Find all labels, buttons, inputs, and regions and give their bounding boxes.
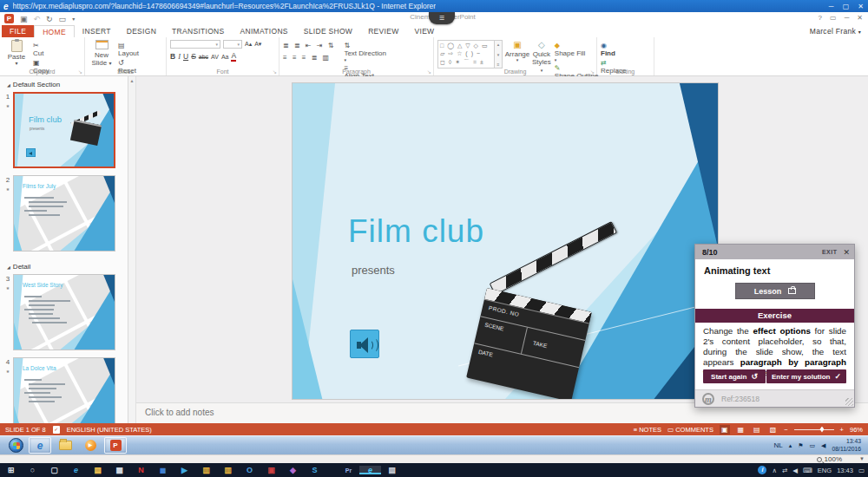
shadow-button[interactable]: S (191, 52, 196, 61)
alignment-buttons[interactable]: ≡ ≡ ≡ ≣ ▥ (283, 54, 335, 62)
vm-taskbar-powerpoint[interactable]: P (104, 437, 127, 454)
host-app-gray-icon[interactable]: ▤ (381, 466, 403, 474)
host-tray-expand-icon[interactable]: ∧ (772, 467, 777, 474)
host-volume-icon[interactable]: ◀ (792, 467, 798, 474)
save-button[interactable]: ▣ (20, 15, 28, 23)
tab-insert[interactable]: INSERT (75, 25, 119, 37)
host-keyboard-icon[interactable]: ⌨ (803, 467, 812, 474)
ie-zoom-control[interactable]: 100% (817, 455, 842, 463)
vm-clock[interactable]: 13:43 08/11/2016 (832, 438, 861, 452)
vm-taskbar-explorer[interactable] (54, 437, 76, 454)
bullets-numbering-indent-buttons[interactable]: ≣ ≣ ⇤ ⇥ ⇅ (283, 42, 335, 49)
vm-volume-icon[interactable]: ◀ (821, 442, 825, 449)
shrink-font-button[interactable]: A▾ (254, 41, 261, 48)
start-again-button[interactable]: Start again ↺ (703, 369, 766, 383)
host-action-center-icon[interactable]: ▭ (858, 467, 865, 474)
host-netflix-icon[interactable]: N (130, 466, 152, 474)
section-detail[interactable]: ◢Detail (0, 258, 128, 272)
arrange-button[interactable]: ▣ Arrange ▾ (506, 40, 529, 67)
zoom-percentage[interactable]: 96% (850, 426, 863, 434)
exit-button[interactable]: EXIT (822, 249, 838, 255)
host-media-player-icon[interactable]: ▶ (174, 466, 195, 474)
app-close-button[interactable]: ✕ (857, 14, 863, 22)
host-app-red-icon[interactable]: ▣ (260, 466, 282, 474)
tab-review[interactable]: REVIEW (360, 25, 406, 37)
qat-customize-dropdown[interactable]: ▾ (72, 16, 75, 22)
font-size-combobox[interactable]: ▾ (223, 40, 242, 49)
vm-network-icon[interactable]: ▭ (809, 442, 815, 449)
zoom-out-button[interactable]: − (784, 426, 787, 434)
help-button[interactable]: ? (819, 14, 822, 22)
new-slide-button[interactable]: New Slide ▾ (89, 40, 115, 67)
host-start-button[interactable]: ⊞ (0, 466, 22, 474)
app-minimize-button[interactable]: ─ (845, 14, 850, 22)
underline-button[interactable]: U (183, 52, 188, 61)
font-dialog-launcher[interactable]: ↘ (273, 69, 277, 75)
start-slideshow-button[interactable]: ▭ (59, 15, 67, 23)
tab-animations[interactable]: ANIMATIONS (233, 25, 296, 37)
ie-zoom-dropdown-icon[interactable]: ▼ (859, 456, 865, 461)
tab-design[interactable]: DESIGN (119, 25, 164, 37)
panel-close-icon[interactable]: ✕ (843, 248, 850, 257)
slide-thumbnail-3[interactable]: 3★ West Side Story (3, 274, 124, 350)
tab-file[interactable]: FILE (2, 25, 34, 37)
vm-start-button[interactable] (9, 438, 23, 453)
vm-language-indicator[interactable]: NL (773, 441, 782, 449)
redo-button[interactable]: ↻ (46, 15, 53, 23)
notes-toggle[interactable]: ≡ NOTES (634, 426, 661, 434)
reading-view-button[interactable]: ▤ (752, 425, 762, 435)
vm-flag-icon[interactable]: ⚑ (798, 442, 803, 449)
host-info-icon[interactable]: i (758, 466, 766, 474)
tab-view[interactable]: VIEW (407, 25, 443, 37)
italic-button[interactable]: I (178, 52, 181, 61)
vm-taskbar-ie[interactable]: e (29, 437, 51, 454)
tab-transitions[interactable]: TRANSITIONS (164, 25, 232, 37)
zoom-slider-thumb[interactable] (819, 427, 824, 433)
font-name-combobox[interactable]: ▾ (170, 40, 220, 49)
vm-taskbar-mediaplayer[interactable]: ▶ (79, 437, 102, 454)
tab-slideshow[interactable]: SLIDE SHOW (296, 25, 360, 37)
layout-button[interactable]: ▤ Layout (118, 42, 141, 57)
training-panel-header[interactable]: 8/10 EXIT ✕ (695, 245, 854, 259)
slide-sorter-view-button[interactable]: ▦ (736, 425, 746, 435)
thumbnail-scrollbar[interactable]: ▲ (128, 76, 136, 423)
slide-title-textbox[interactable]: Film club (348, 213, 484, 250)
host-clock[interactable]: 13:43 (837, 467, 853, 474)
slide-canvas[interactable]: Film club presents PROD. NO SCENE (293, 83, 718, 399)
text-direction-button[interactable]: ⇅ Text Direction ▾ (344, 42, 405, 62)
lesson-button[interactable]: Lesson (735, 283, 815, 299)
vm-tray-expand-icon[interactable]: ▴ (789, 442, 792, 449)
audio-object[interactable] (350, 330, 379, 358)
resize-grip[interactable] (845, 398, 853, 406)
paste-button[interactable]: Paste ▾ (3, 40, 30, 67)
comments-toggle[interactable]: ▭ COMMENTS (667, 426, 713, 434)
mediaplus-menu-tab[interactable]: ☰ (429, 12, 455, 24)
ie-close-button[interactable]: ✕ (853, 3, 868, 10)
host-skype-icon[interactable]: S (304, 466, 326, 474)
section-default[interactable]: ◢Default Section (0, 76, 128, 90)
slide-subtitle-textbox[interactable]: presents (352, 264, 395, 277)
host-network-icon[interactable]: ⇄ (782, 467, 787, 474)
language-indicator[interactable]: ENGLISH (UNITED STATES) (67, 426, 152, 434)
host-search-button[interactable]: ○ (22, 466, 43, 474)
shapes-gallery[interactable]: □ ◯ △ ▽ ◇ ▭ ▱ ⇨ ☆ ( ) ~ ◻ ◊ ✶ ⌒ = ± (437, 40, 495, 69)
font-color-button[interactable]: A (231, 52, 236, 62)
clapperboard-image[interactable]: PROD. NO SCENE TAKE DATE (487, 253, 626, 396)
host-edge-active-icon[interactable]: e (359, 466, 381, 474)
paragraph-dialog-launcher[interactable]: ↘ (427, 69, 431, 75)
host-store-icon[interactable]: ▦ (108, 466, 130, 474)
zoom-in-button[interactable]: + (840, 426, 844, 434)
host-folder-b-icon[interactable]: ▥ (217, 466, 239, 474)
shapes-gallery-scroll[interactable]: ▴ ▾ ≡ (495, 40, 503, 69)
normal-view-button[interactable]: ▣ (720, 425, 730, 435)
host-premiere-icon[interactable]: Pr (338, 467, 359, 474)
host-edge-icon[interactable]: e (65, 466, 87, 474)
cut-button[interactable]: ✂ Cut (33, 42, 79, 57)
undo-button[interactable]: ↶ (34, 15, 41, 23)
host-task-view-button[interactable]: ▢ (43, 466, 65, 474)
slideshow-view-button[interactable]: ▧ (768, 425, 779, 435)
ribbon-options-button[interactable]: ▭ (830, 14, 837, 22)
enter-solution-button[interactable]: Enter my solution ✓ (766, 369, 846, 383)
host-file-explorer-icon[interactable]: ▤ (87, 466, 108, 474)
drawing-dialog-launcher[interactable]: ↘ (590, 69, 595, 75)
